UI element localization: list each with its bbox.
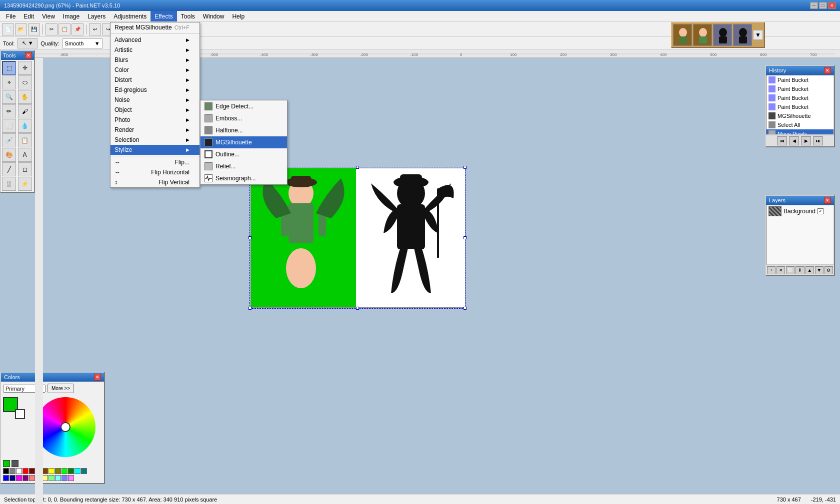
tool-text[interactable]: A — [18, 148, 32, 162]
effects-object[interactable]: Object ▶ — [110, 105, 200, 115]
menu-file[interactable]: File — [2, 11, 20, 21]
swatch-teal[interactable] — [81, 468, 87, 474]
swatch-magenta[interactable] — [16, 475, 22, 481]
tool-clone[interactable]: 📋 — [18, 133, 32, 147]
menu-effects[interactable]: Effects — [150, 11, 176, 21]
history-next-button[interactable]: ▶ — [801, 136, 811, 145]
copy-button[interactable]: 📋 — [58, 23, 70, 35]
menu-adjustments[interactable]: Adjustments — [110, 11, 150, 21]
swatch-lightgreen[interactable] — [48, 475, 54, 481]
tool-recolor[interactable]: 🎨 — [2, 148, 16, 162]
swatch-pink[interactable] — [29, 475, 35, 481]
menu-tools[interactable]: Tools — [177, 11, 199, 21]
duplicate-layer-button[interactable]: ⬜ — [786, 266, 794, 274]
menu-image[interactable]: Image — [59, 11, 84, 21]
swatch-olive[interactable] — [55, 468, 61, 474]
thumbnail-dropdown[interactable]: ▼ — [753, 30, 763, 40]
move-layer-up-button[interactable]: ▲ — [806, 266, 814, 274]
tool-pan[interactable]: ✋ — [18, 90, 32, 104]
tool-line[interactable]: ╱ — [2, 162, 16, 176]
layer-visibility-check[interactable]: ✓ — [818, 208, 824, 214]
history-last-button[interactable]: ⏭ — [813, 136, 823, 145]
swatch-lightpink[interactable] — [68, 475, 74, 481]
stylize-mgsilhouette[interactable]: MGSilhouette — [200, 136, 287, 148]
history-item-0[interactable]: Paint Bucket — [766, 75, 834, 84]
maximize-button[interactable]: □ — [819, 2, 827, 9]
save-button[interactable]: 💾 — [28, 23, 40, 35]
effects-stylize[interactable]: Stylize ▶ — [110, 145, 200, 155]
tool-pencil[interactable]: ✏ — [2, 104, 16, 118]
history-item-4[interactable]: MGSilhouette — [766, 111, 834, 120]
history-close-button[interactable]: ✕ — [824, 67, 831, 74]
effects-repeat-item[interactable]: Repeat MGSilhouette Ctrl+F — [110, 22, 200, 32]
tool-gradient[interactable]: ░ — [2, 177, 16, 191]
effects-distort[interactable]: Distort ▶ — [110, 75, 200, 85]
effects-noise[interactable]: Noise ▶ — [110, 95, 200, 105]
swatch-gray[interactable] — [10, 468, 16, 474]
delete-layer-button[interactable]: ✕ — [776, 266, 785, 274]
swatch-purple[interactable] — [22, 475, 28, 481]
quality-dropdown[interactable]: Smooth ▼ — [62, 38, 102, 48]
swatch-yellow[interactable] — [48, 468, 54, 474]
effects-flip-v[interactable]: ↕ Flip Vertical — [110, 177, 200, 187]
colors-close-button[interactable]: ✕ — [94, 374, 101, 381]
effects-flip-h[interactable]: ↔ Flip Horizontal — [110, 167, 200, 177]
swatch-cyan[interactable] — [74, 468, 80, 474]
close-button[interactable]: ✕ — [828, 2, 836, 9]
history-item-5[interactable]: Select All — [766, 120, 834, 129]
history-item-2[interactable]: Paint Bucket — [766, 93, 834, 102]
swatch-white[interactable] — [16, 468, 22, 474]
swatch-darkred[interactable] — [29, 468, 35, 474]
tool-lasso[interactable]: ⌖ — [2, 75, 16, 89]
history-item-6[interactable]: Move Pixels — [766, 129, 834, 135]
swatch-lime[interactable] — [62, 468, 68, 474]
swatch-lightblue[interactable] — [62, 475, 68, 481]
effects-flip[interactable]: ↔ Flip... — [110, 157, 200, 167]
history-item-3[interactable]: Paint Bucket — [766, 102, 834, 111]
tool-zoom[interactable]: 🔍 — [2, 90, 16, 104]
history-first-button[interactable]: ⏮ — [777, 136, 787, 145]
effects-color[interactable]: Color ▶ — [110, 65, 200, 75]
menu-window[interactable]: Window — [199, 11, 228, 21]
more-button[interactable]: More >> — [48, 384, 74, 393]
swatch-black[interactable] — [3, 468, 9, 474]
stylize-outline[interactable]: Outline... — [200, 148, 287, 160]
history-prev-button[interactable]: ◀ — [789, 136, 799, 145]
effects-artistic[interactable]: Artistic ▶ — [110, 45, 200, 55]
tool-brush[interactable]: 🖌 — [18, 104, 32, 118]
stylize-emboss[interactable]: Emboss... — [200, 112, 287, 124]
move-layer-down-button[interactable]: ▼ — [815, 266, 824, 274]
tool-color-picker[interactable]: 💉 — [2, 133, 16, 147]
tool-selector[interactable]: ↖ ▼ — [18, 38, 38, 48]
color-wheel[interactable] — [36, 397, 96, 457]
history-list[interactable]: Paint Bucket Paint Bucket Paint Bucket P… — [766, 75, 834, 135]
menu-edit[interactable]: Edit — [20, 11, 38, 21]
tool-magic-wand[interactable]: ⚡ — [18, 177, 32, 191]
swatch-lightcyan[interactable] — [55, 475, 61, 481]
swatch-navy[interactable] — [10, 475, 16, 481]
swatch-blue[interactable] — [3, 475, 9, 481]
tool-fill[interactable]: 💧 — [18, 119, 32, 133]
layer-item-background[interactable]: Background ✓ — [766, 205, 834, 217]
paste-button[interactable]: 📌 — [72, 23, 84, 35]
undo-button[interactable]: ↩ — [89, 23, 101, 35]
layers-list[interactable]: Background ✓ — [766, 205, 834, 265]
stylize-edge-detect[interactable]: Edge Detect... — [200, 100, 287, 112]
tool-move[interactable]: ✛ — [18, 61, 32, 75]
effects-selection[interactable]: Selection ▶ — [110, 135, 200, 145]
effects-edgregious[interactable]: Ed-gregious ▶ — [110, 85, 200, 95]
minimize-button[interactable]: ─ — [810, 2, 818, 9]
tools-close-button[interactable]: ✕ — [25, 52, 32, 59]
merge-layer-button[interactable]: ⬇ — [796, 266, 804, 274]
menu-view[interactable]: View — [38, 11, 59, 21]
history-item-1[interactable]: Paint Bucket — [766, 84, 834, 93]
new-button[interactable]: 📄 — [2, 23, 14, 35]
tool-ellipse-select[interactable]: ⬭ — [18, 75, 32, 89]
menu-help[interactable]: Help — [228, 11, 248, 21]
secondary-color-box[interactable] — [15, 409, 25, 419]
menu-layers[interactable]: Layers — [84, 11, 110, 21]
tool-rectangle-select[interactable]: ⬚ — [2, 61, 16, 75]
effects-advanced[interactable]: Advanced ▶ — [110, 35, 200, 45]
stylize-seismograph[interactable]: Seismograph... — [200, 172, 287, 184]
tool-shapes[interactable]: ◻ — [18, 162, 32, 176]
